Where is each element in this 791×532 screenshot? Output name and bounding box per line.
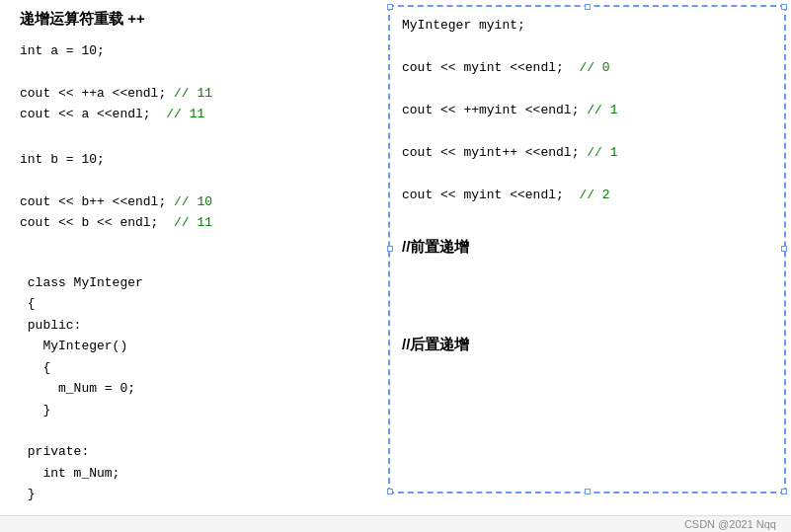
class-section: class MyInteger { public: MyInteger() { … xyxy=(20,252,365,505)
left-panel: 递增运算符重载 ++ int a = 10; cout << ++a <<end… xyxy=(0,0,385,515)
code-line: cout << a <<endl; // 11 xyxy=(20,104,365,124)
code-line: { xyxy=(20,357,365,378)
code-line: int a = 10; xyxy=(20,40,365,61)
handle-bl xyxy=(387,489,393,494)
code-line xyxy=(20,252,365,272)
code-line: class MyInteger xyxy=(20,272,365,293)
code-line: } xyxy=(20,484,365,504)
code-line xyxy=(402,205,772,226)
section-title: 递增运算符重载 ++ xyxy=(20,10,365,29)
code-line xyxy=(20,61,365,82)
handle-mr xyxy=(781,246,787,252)
code-line xyxy=(20,170,365,190)
code-line: MyInteger() xyxy=(20,336,365,356)
separator xyxy=(20,135,365,149)
handle-tr xyxy=(781,4,787,10)
code-line xyxy=(20,420,365,441)
code-line xyxy=(402,36,772,56)
code-line: m_Num = 0; xyxy=(20,378,365,399)
handle-ml xyxy=(387,246,393,252)
code-block-2: int b = 10; cout << b++ <<endl; // 10 co… xyxy=(20,149,365,234)
handle-tl xyxy=(387,4,393,10)
right-dashed-container: MyInteger myint; cout << myint <<endl; /… xyxy=(388,5,786,494)
footer-text: CSDN @2021 Nqq xyxy=(684,518,776,530)
code-line xyxy=(402,163,772,184)
handle-bm xyxy=(585,489,591,494)
main-container: 递增运算符重载 ++ int a = 10; cout << ++a <<end… xyxy=(0,0,791,515)
spacer xyxy=(402,265,772,324)
code-line: private: xyxy=(20,441,365,462)
handle-tm xyxy=(585,4,591,10)
code-line: cout << myint <<endl; // 2 xyxy=(402,185,772,205)
code-line: cout << b << endl; // 11 xyxy=(20,212,365,233)
post-increment-label: //后置递增 xyxy=(402,336,772,354)
code-line: cout << myint <<endl; // 0 xyxy=(402,57,772,78)
code-line: { xyxy=(20,293,365,314)
code-line: int b = 10; xyxy=(20,149,365,170)
code-line: cout << myint++ <<endl; // 1 xyxy=(402,142,772,163)
code-line xyxy=(402,120,772,141)
code-line: public: xyxy=(20,315,365,336)
code-line: } xyxy=(20,400,365,420)
code-line: MyInteger myint; xyxy=(402,15,772,36)
footer-bar: CSDN @2021 Nqq xyxy=(0,515,791,532)
right-panel-content: MyInteger myint; cout << myint <<endl; /… xyxy=(390,7,784,370)
code-line: cout << ++a <<endl; // 11 xyxy=(20,83,365,104)
handle-br xyxy=(781,489,787,494)
code-line: int m_Num; xyxy=(20,463,365,484)
code-line: cout << ++myint <<endl; // 1 xyxy=(402,100,772,120)
code-line xyxy=(402,78,772,99)
pre-increment-label: //前置递增 xyxy=(402,238,772,257)
code-line: cout << b++ <<endl; // 10 xyxy=(20,191,365,212)
code-block-1: int a = 10; cout << ++a <<endl; // 11 co… xyxy=(20,40,365,125)
